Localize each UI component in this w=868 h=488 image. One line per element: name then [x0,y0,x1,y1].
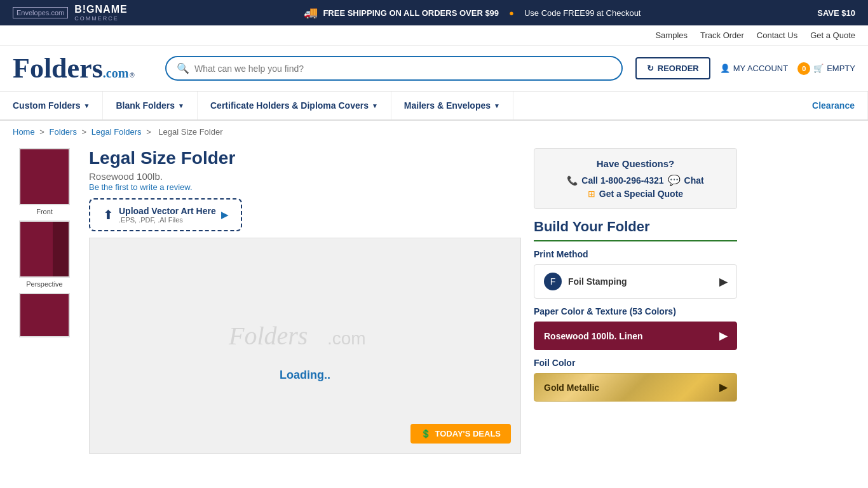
page-title: Legal Size Folder [89,148,521,168]
contact-title: Have Questions? [544,158,727,169]
grid-icon: ⊞ [588,189,595,199]
paper-color-value: Rosewood 100lb. Linen [544,331,643,341]
foil-color-label: Foil Color [534,358,737,368]
contact-quote[interactable]: Get a Special Quote [599,189,683,199]
paper-color-label: Paper Color & Texture (53 Colors) [534,306,737,316]
get-quote-link[interactable]: Get a Quote [810,30,855,40]
contact-chat[interactable]: Chat [684,175,704,186]
product-preview: Folders .com Loading.. 💲 TODAY'S DEALS [89,238,521,454]
print-method-label: Print Method [534,249,737,259]
breadcrumb-home[interactable]: Home [13,127,35,137]
search-input[interactable] [194,64,611,74]
cart-icon: 🛒 [813,64,824,73]
upload-arrow-icon: ▶ [221,210,228,220]
nav-clearance[interactable]: Clearance [513,92,868,119]
thumbnail-perspective[interactable]: Perspective [13,220,76,288]
bigname-logo: B!GNAME COMMERCE [74,4,127,22]
review-link[interactable]: Be the first to write a review. [89,182,193,192]
chevron-right-icon: ▶ [719,276,727,288]
chat-icon: 💬 [668,174,681,186]
thumbnail-extra-img[interactable] [19,293,70,337]
breadcrumb-folders[interactable]: Folders [50,127,77,137]
foil-color-option[interactable]: Gold Metallic ▶ [534,373,737,402]
search-bar: 🔍 [165,56,623,81]
thumbnail-perspective-img[interactable] [19,220,70,278]
contact-box: Have Questions? 📞 Call 1-800-296-4321 💬 … [534,148,737,209]
chevron-down-icon: ▼ [84,102,90,109]
product-subtitle: Rosewood 100lb. [89,171,521,182]
product-title-section: Legal Size Folder Rosewood 100lb. Be the… [89,148,521,192]
thumbnail-front[interactable]: Front [13,148,76,215]
logo-dot: .com [103,66,129,80]
contact-us-link[interactable]: Contact Us [757,30,797,40]
upload-icon: ⬆ [103,207,114,222]
nav-custom-folders[interactable]: Custom Folders ▼ [0,92,103,119]
product-area: Front Perspective Legal Size Folder Rose… [0,143,868,454]
brand-logos: Envelopes.com B!GNAME COMMERCE [13,4,128,22]
paper-color-option[interactable]: Rosewood 100lb. Linen ▶ [534,322,737,350]
top-banner: Envelopes.com B!GNAME COMMERCE 🚚 FREE SH… [0,0,868,25]
thumbnail-front-label: Front [36,208,53,215]
nav-certificate-holders[interactable]: Certificate Holders & Diploma Covers ▼ [198,92,391,119]
breadcrumb-legal-folders[interactable]: Legal Folders [92,127,142,137]
breadcrumb-current: Legal Size Folder [158,127,222,137]
todays-deals-button[interactable]: 💲 TODAY'S DEALS [410,424,511,444]
breadcrumb: Home > Folders > Legal Folders > Legal S… [0,121,868,143]
header: Folders.com ® 🔍 ↻ REORDER 👤 MY ACCOUNT 0… [0,46,868,92]
contact-phone[interactable]: Call 1-800-296-4321 [581,175,663,186]
main-nav: Custom Folders ▼ Blank Folders ▼ Certifi… [0,92,868,121]
thumbnail-perspective-label: Perspective [26,280,62,288]
thumbnail-front-img[interactable] [19,148,70,205]
reorder-button[interactable]: ↻ REORDER [635,57,710,79]
my-account-button[interactable]: 👤 MY ACCOUNT [720,64,788,73]
logo[interactable]: Folders.com ® [13,52,153,85]
print-method-option[interactable]: F Foil Stamping ▶ [534,264,737,299]
reorder-icon: ↻ [647,64,654,73]
product-info-panel: Have Questions? 📞 Call 1-800-296-4321 💬 … [534,143,737,454]
registered-icon: ® [130,72,134,79]
print-method-value: Foil Stamping [568,276,627,287]
track-order-link[interactable]: Track Order [700,30,744,40]
chevron-right-icon: ▶ [719,330,727,342]
chevron-down-icon: ▼ [178,102,184,109]
nav-blank-folders[interactable]: Blank Folders ▼ [103,92,198,119]
main-image-area: Legal Size Folder Rosewood 100lb. Be the… [89,143,521,454]
cart-button[interactable]: 0 🛒 EMPTY [797,62,855,75]
phone-icon: 📞 [567,175,578,186]
preview-watermark: Folders .com [222,309,388,362]
shipping-promo: 🚚 FREE SHIPPING ON ALL ORDERS OVER $99 ●… [304,6,641,20]
chevron-down-icon: ▼ [494,102,500,109]
thumbnail-list: Front Perspective [13,143,76,454]
loading-text: Loading.. [280,369,330,382]
search-icon: 🔍 [177,62,189,74]
top-nav-links: Samples Track Order Contact Us Get a Quo… [0,25,868,46]
logo-main: Folders.com [13,52,128,85]
account-icon: 👤 [720,64,730,73]
build-title: Build Your Folder [534,219,737,241]
dollar-icon: 💲 [421,429,431,438]
foil-stamping-icon: F [544,273,562,290]
chevron-down-icon: ▼ [372,102,378,109]
save-label: SAVE $10 [817,8,855,18]
svg-text:.com: .com [327,329,366,348]
thumbnail-extra[interactable] [13,293,76,337]
foil-color-value: Gold Metallic [544,383,599,393]
header-actions: ↻ REORDER 👤 MY ACCOUNT 0 🛒 EMPTY [635,57,855,79]
cart-count: 0 [797,62,810,75]
envelopes-logo: Envelopes.com [13,7,68,18]
svg-text:Folders: Folders [228,322,308,350]
upload-button[interactable]: ⬆ Upload Vector Art Here .EPS, .PDF, .AI… [89,198,242,231]
chevron-right-icon: ▶ [719,381,727,393]
truck-icon: 🚚 [304,6,318,20]
nav-mailers[interactable]: Mailers & Envelopes ▼ [391,92,513,119]
samples-link[interactable]: Samples [655,30,688,40]
